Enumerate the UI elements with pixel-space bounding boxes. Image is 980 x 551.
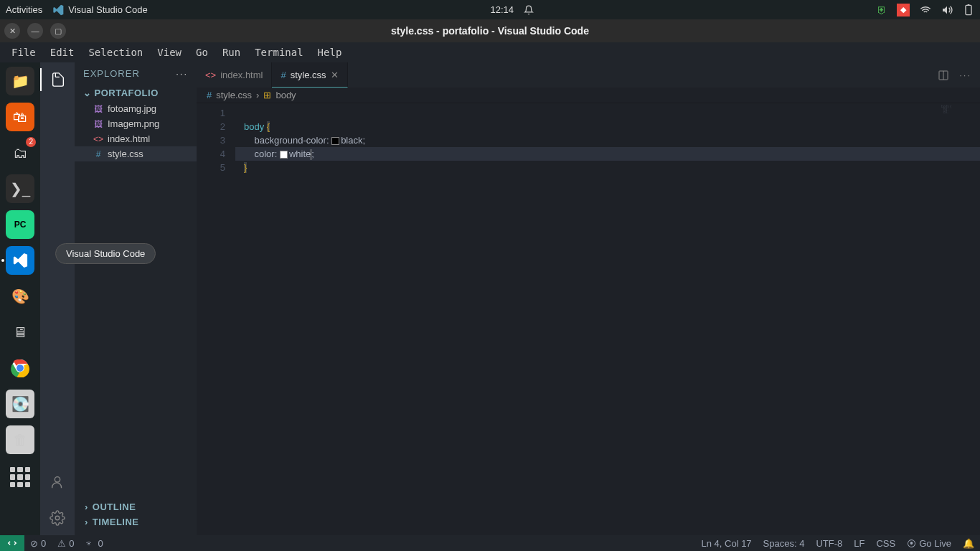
wifi-icon[interactable] [920,4,931,16]
dock-app-2[interactable]: 🖥 [6,318,34,347]
ports-status[interactable]: ᯤ0 [80,538,108,549]
errors-status[interactable]: ⊘0 [24,538,52,549]
explorer-title: EXPLORER [83,68,140,79]
dock-apps-grid[interactable] [6,461,34,490]
warning-icon: ⚠ [57,538,66,549]
file-type-icon: <> [205,70,216,80]
error-icon: ⊘ [30,538,38,549]
battery-icon[interactable] [963,4,974,16]
dock-disk[interactable]: 💽 [6,390,34,418]
file-icon: <> [93,134,103,144]
activities-button[interactable]: Activities [6,4,42,15]
current-app-label: Visual Studio Code [68,4,147,15]
volume-icon[interactable] [941,4,953,16]
maximize-window-button[interactable]: ▢ [50,23,66,39]
explorer-more-icon[interactable]: ··· [176,68,188,79]
editor-area: <>index.html#style.css✕ ··· # style.css … [197,62,980,535]
language-status[interactable]: CSS [870,538,901,549]
status-bar: ⊘0 ⚠0 ᯤ0 Ln 4, Col 17 Spaces: 4 UTF-8 LF… [0,535,980,551]
notifications-icon[interactable] [524,5,534,15]
breadcrumb[interactable]: # style.css › ⊞ body [197,88,980,103]
chevron-right-icon: › [85,501,88,512]
dock-pycharm[interactable]: PC [6,210,34,239]
encoding-status[interactable]: UTF-8 [810,538,848,549]
minimap[interactable]: body { bg.. co.. } [941,105,970,113]
svg-rect-0 [966,5,971,14]
outline-section[interactable]: ›OUTLINE [75,499,197,514]
timeline-section[interactable]: ›TIMELINE [75,514,197,529]
hash-icon: # [207,90,212,100]
close-window-button[interactable]: ✕ [4,23,20,39]
split-editor-icon[interactable] [938,70,949,81]
current-app-indicator[interactable]: Visual Studio Code [52,4,147,16]
clock[interactable]: 12:14 [491,4,514,15]
tab-style-css[interactable]: #style.css✕ [272,62,347,88]
bell-icon: 🔔 [963,538,974,549]
dock-badge: 2 [26,137,36,147]
editor-more-icon[interactable]: ··· [959,70,971,80]
dock-terminal[interactable]: ❯_ [6,174,34,203]
file-name: fotoamg.jpg [108,103,156,114]
dock-files[interactable]: 📁 [6,67,34,95]
gnome-top-bar: Activities Visual Studio Code 12:14 ⛨ ◆ [0,0,980,19]
menu-help[interactable]: Help [311,44,349,61]
tab-index-html[interactable]: <>index.html [197,62,272,88]
svg-point-3 [17,364,24,372]
menu-edit[interactable]: Edit [43,44,82,61]
chevron-down-icon: ⌄ [83,88,92,98]
dock-chrome[interactable] [6,354,34,382]
menu-run[interactable]: Run [215,44,248,61]
svg-point-4 [55,477,60,482]
broadcast-icon: ⦿ [907,538,916,549]
menu-file[interactable]: File [4,44,43,61]
close-tab-icon[interactable]: ✕ [331,70,339,80]
notifications-button[interactable]: 🔔 [957,538,980,549]
file-icon: 🖼 [93,104,103,114]
file-icon: 🖼 [93,119,103,129]
accounts-activity[interactable] [40,471,75,494]
code-editor[interactable]: 12345 body { background-color: black; co… [197,103,980,535]
minimize-window-button[interactable]: ― [27,23,43,39]
menu-view[interactable]: View [150,44,189,61]
file-name: style.css [108,149,143,159]
chevron-right-icon: › [85,517,88,527]
breadcrumb-file: style.css [216,90,252,100]
file-item-style-css[interactable]: #style.css [75,146,197,161]
anydesk-tray-icon[interactable]: ◆ [897,4,910,17]
explorer-sidebar: EXPLORER ··· ⌄ PORTAFOLIO 🖼fotoamg.jpg🖼I… [75,62,197,535]
svg-point-5 [55,516,60,520]
file-name: Imagem.png [108,118,159,129]
cursor-position[interactable]: Ln 4, Col 17 [696,538,758,549]
indentation-status[interactable]: Spaces: 4 [758,538,811,549]
gnome-dock: 📁 🛍 🗂2 ❯_ PC 🎨 🖥 💽 🗑 [0,62,40,535]
project-folder-header[interactable]: ⌄ PORTAFOLIO [75,85,197,101]
timeline-label: TIMELINE [93,517,139,527]
dock-app-1[interactable]: 🎨 [6,282,34,311]
file-item-fotoamg-jpg[interactable]: 🖼fotoamg.jpg [75,101,197,116]
file-icon: # [93,149,103,159]
activity-bar [40,62,75,535]
explorer-activity[interactable] [40,68,75,91]
warnings-status[interactable]: ⚠0 [52,538,80,549]
menu-bar: FileEditSelectionViewGoRunTerminalHelp [0,42,980,62]
file-item-Imagem-png[interactable]: 🖼Imagem.png [75,116,197,131]
menu-go[interactable]: Go [189,44,215,61]
symbol-icon: ⊞ [263,90,271,100]
dock-software[interactable]: 🛍 [6,103,34,131]
settings-activity[interactable] [40,507,75,529]
shield-tray-icon[interactable]: ⛨ [877,4,887,16]
dock-trash[interactable]: 🗑 [6,425,34,454]
file-name: index.html [108,133,150,144]
menu-selection[interactable]: Selection [81,44,150,61]
tab-label: index.html [220,70,263,80]
go-live-button[interactable]: ⦿Go Live [901,538,957,549]
dock-file-manager[interactable]: 🗂2 [6,138,34,167]
editor-tabs: <>index.html#style.css✕ ··· [197,62,980,88]
remote-button[interactable] [0,535,24,551]
eol-status[interactable]: LF [848,538,870,549]
antenna-icon: ᯤ [85,538,95,549]
menu-terminal[interactable]: Terminal [248,44,310,61]
code-content[interactable]: body { background-color: black; color: w… [235,103,980,535]
dock-vscode[interactable] [6,246,34,275]
file-item-index-html[interactable]: <>index.html [75,131,197,146]
